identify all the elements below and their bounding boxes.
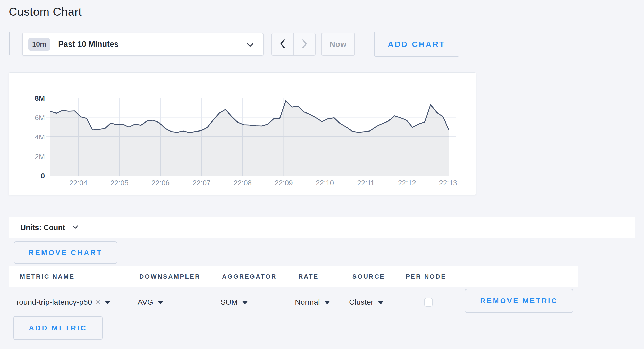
metric-name-value: round-trip-latency-p50 [16,298,92,307]
chevron-left-icon [280,39,285,49]
x-axis-tick-label: 22:04 [69,179,87,187]
column-header-downsampler: DOWNSAMPLER [139,273,200,280]
caret-down-icon [158,301,163,304]
accent-divider [9,32,10,55]
units-dropdown-label: Units: Count [20,223,65,232]
metrics-table-header: METRIC NAME DOWNSAMPLER AGGREGATOR RATE … [9,266,578,287]
y-axis-tick-label: 4M [35,133,45,141]
rate-value: Normal [295,298,320,307]
caret-down-icon [242,301,248,304]
chevron-right-icon [302,39,307,49]
y-axis-tick-label: 2M [35,153,45,161]
caret-down-icon [324,301,330,304]
x-axis-tick-label: 22:12 [398,179,416,187]
chevron-down-icon [247,43,254,48]
time-window-badge: 10m [28,38,50,51]
column-header-metric-name: METRIC NAME [20,273,75,280]
x-axis-tick-label: 22:08 [234,179,252,187]
downsampler-value: AVG [138,298,153,307]
custom-metric-chart[interactable]: 22:0422:0522:0622:0722:0822:0922:1022:11… [9,73,476,195]
y-axis-tick-label: 8M [35,94,45,102]
page-title: Custom Chart [9,5,82,19]
x-axis-tick-label: 22:07 [192,179,210,187]
units-dropdown[interactable]: Units: Count [9,217,635,238]
time-step-controls [271,33,316,56]
y-axis-tick-label: 0 [41,172,45,180]
x-axis-tick-label: 22:06 [151,179,170,187]
remove-metric-tag-icon[interactable]: × [96,298,100,307]
column-header-source: SOURCE [352,273,385,280]
x-axis-tick-label: 22:09 [275,179,293,187]
per-node-checkbox[interactable] [424,298,433,307]
x-axis-tick-label: 22:10 [316,179,334,187]
chart-card: 22:0422:0522:0622:0722:0822:0922:1022:11… [9,72,476,195]
add-chart-button[interactable]: ADD CHART [374,32,459,57]
downsampler-select[interactable]: AVG [138,296,163,308]
caret-down-icon [105,301,111,304]
aggregator-select[interactable]: SUM [221,296,248,308]
y-axis-tick-label: 6M [35,114,45,122]
column-header-per-node: PER NODE [406,273,446,280]
column-header-aggregator: AGGREGATOR [222,273,277,280]
step-back-button[interactable] [272,33,294,55]
step-forward-button[interactable] [294,33,315,55]
now-button[interactable]: Now [321,33,355,56]
column-header-rate: RATE [298,273,319,280]
remove-metric-button[interactable]: REMOVE METRIC [465,289,573,313]
custom-chart-page: { "page": { "title": "Custom Chart" }, "… [0,0,644,349]
x-axis-tick-label: 22:05 [110,179,128,187]
remove-chart-button[interactable]: REMOVE CHART [14,241,117,264]
metric-name-select[interactable]: round-trip-latency-p50 × [16,296,111,308]
x-axis-tick-label: 22:13 [439,179,457,187]
chevron-down-icon [72,225,78,230]
time-window-dropdown[interactable]: 10m Past 10 Minutes [22,33,264,56]
time-window-label: Past 10 Minutes [58,40,118,49]
aggregator-value: SUM [221,298,238,307]
rate-select[interactable]: Normal [295,296,330,308]
caret-down-icon [378,301,384,304]
x-axis-tick-label: 22:11 [357,179,375,187]
add-metric-button[interactable]: ADD METRIC [13,316,103,340]
source-select[interactable]: Cluster [349,296,384,308]
source-value: Cluster [349,298,374,307]
series-area-fill [50,101,449,176]
